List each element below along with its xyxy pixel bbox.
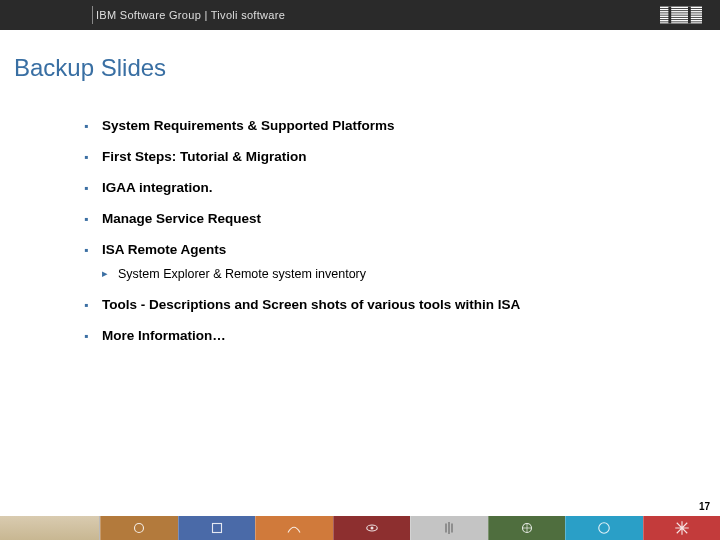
list-item: Manage Service Request <box>84 211 700 226</box>
list-item: ISA Remote Agents System Explorer & Remo… <box>84 242 700 281</box>
header-breadcrumb: IBM Software Group | Tivoli software <box>96 9 285 21</box>
footer-accent <box>0 516 100 540</box>
svg-rect-1 <box>660 9 702 10</box>
list-item: IGAA integration. <box>84 180 700 195</box>
svg-rect-6 <box>660 20 702 21</box>
list-item: More Information… <box>84 328 700 343</box>
list-item: System Requirements & Supported Platform… <box>84 118 700 133</box>
header-divider <box>92 6 93 24</box>
footer-tile-icon <box>643 516 721 540</box>
svg-rect-9 <box>688 7 691 24</box>
bullet-list: System Requirements & Supported Platform… <box>84 118 700 343</box>
sub-list-item: System Explorer & Remote system inventor… <box>102 267 700 281</box>
list-item: Tools - Descriptions and Screen shots of… <box>84 297 700 312</box>
list-item-text: Tools - Descriptions and Screen shots of… <box>102 297 520 312</box>
svg-point-10 <box>135 524 144 533</box>
footer-tile-icon <box>178 516 256 540</box>
sub-list-item-text: System Explorer & Remote system inventor… <box>118 267 366 281</box>
sub-bullet-list: System Explorer & Remote system inventor… <box>102 267 700 281</box>
slide-title: Backup Slides <box>0 30 720 82</box>
footer-tiles <box>100 516 720 540</box>
svg-rect-7 <box>660 22 702 23</box>
footer-tile-icon <box>488 516 566 540</box>
svg-rect-5 <box>660 18 702 19</box>
list-item-text: More Information… <box>102 328 226 343</box>
list-item-text: System Requirements & Supported Platform… <box>102 118 395 133</box>
header-bar: IBM Software Group | Tivoli software <box>0 0 720 30</box>
svg-point-13 <box>370 527 373 530</box>
svg-rect-8 <box>668 7 671 24</box>
svg-rect-3 <box>660 13 702 14</box>
svg-rect-4 <box>660 16 702 17</box>
list-item-text: ISA Remote Agents <box>102 242 226 257</box>
svg-rect-2 <box>660 11 702 12</box>
svg-rect-0 <box>660 7 702 8</box>
list-item-text: IGAA integration. <box>102 180 213 195</box>
svg-rect-11 <box>212 524 221 533</box>
footer-tile-icon <box>255 516 333 540</box>
footer <box>0 512 720 540</box>
footer-tile-icon <box>100 516 178 540</box>
footer-tile-icon <box>565 516 643 540</box>
list-item: First Steps: Tutorial & Migration <box>84 149 700 164</box>
footer-tile-icon <box>333 516 411 540</box>
page-number: 17 <box>699 501 710 512</box>
ibm-logo-icon <box>660 6 702 24</box>
svg-point-15 <box>599 523 610 534</box>
footer-tile-icon <box>410 516 488 540</box>
list-item-text: Manage Service Request <box>102 211 261 226</box>
slide: IBM Software Group | Tivoli software Bac… <box>0 0 720 540</box>
slide-content: System Requirements & Supported Platform… <box>0 82 720 540</box>
list-item-text: First Steps: Tutorial & Migration <box>102 149 307 164</box>
